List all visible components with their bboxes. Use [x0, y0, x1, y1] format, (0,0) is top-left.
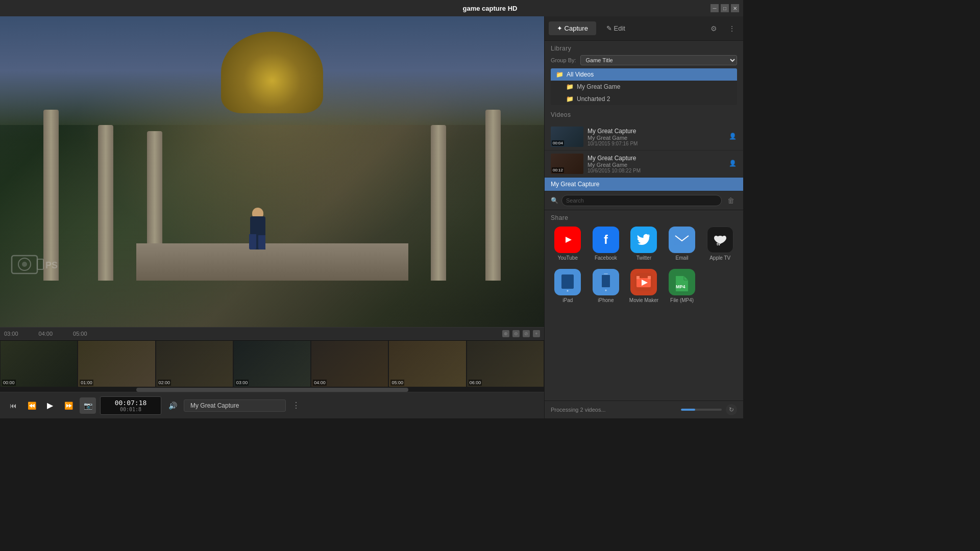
title-bar: game capture HD ─ □ ✕ [0, 0, 743, 16]
video-item-1[interactable]: 00:04 My Great Capture My Great Game 10/… [545, 123, 743, 151]
ipad-icon [554, 269, 581, 295]
thumbnail-2[interactable]: 01:00 [78, 341, 155, 387]
timeline-marker-3: 05:00 [73, 331, 87, 337]
delete-video-button[interactable]: 🗑 [725, 194, 737, 207]
video-game-2: My Great Game [587, 162, 725, 168]
twitter-icon [630, 227, 657, 253]
more-options-button[interactable]: ⋮ [290, 399, 302, 412]
video-item-2[interactable]: 00:12 My Great Capture My Great Game 10/… [545, 151, 743, 178]
svg-point-2 [22, 262, 27, 267]
video-info-1: My Great Capture My Great Game 10/1/2015… [587, 128, 725, 146]
share-title: Share [551, 214, 737, 221]
svg-rect-20 [636, 276, 640, 279]
tab-edit[interactable]: ✎ Edit [598, 21, 633, 35]
video-title-2: My Great Capture [587, 155, 725, 162]
video-list: 00:04 My Great Capture My Great Game 10/… [545, 123, 743, 191]
timeline-icon-4[interactable]: + [533, 330, 540, 337]
folder-list: 📁 All Videos 📁 My Great Game 📁 Uncharted… [551, 68, 737, 105]
user-icon-1: 👤 [729, 133, 737, 141]
right-panel-header: ✦ Capture ✎ Edit ⚙ ⋮ [545, 16, 743, 41]
app-title: game capture HD [463, 5, 518, 12]
column-4 [485, 110, 501, 281]
facebook-icon: f [593, 227, 619, 253]
column-2 [98, 125, 113, 281]
thumb-tc-4: 03:00 [235, 380, 249, 386]
folder-uncharted-2[interactable]: 📁 Uncharted 2 [561, 93, 737, 105]
maximize-button[interactable]: □ [721, 4, 729, 12]
play-button[interactable]: ▶ [43, 398, 57, 413]
thumb-tc-2: 01:00 [80, 380, 93, 386]
group-by-select[interactable]: Game Title [580, 55, 737, 65]
video-background: PS [0, 16, 544, 327]
scroll-track[interactable] [0, 388, 544, 392]
video-preview[interactable]: PS [0, 16, 544, 327]
timeline-icon-3[interactable]: ⊘ [523, 330, 530, 337]
skip-to-start-button[interactable]: ⏮ [6, 398, 20, 413]
videos-title: Videos [551, 111, 737, 118]
search-input[interactable] [561, 195, 722, 206]
tab-capture[interactable]: ✦ Capture [549, 21, 596, 35]
share-filemp4[interactable]: MP4 File (MP4) [665, 267, 699, 305]
video-title-1: My Great Capture [587, 128, 725, 135]
video-date-2: 10/6/2015 10:08:22 PM [587, 168, 725, 173]
moviemaker-label: Movie Maker [629, 297, 658, 303]
fast-forward-button[interactable]: ⏩ [61, 398, 76, 413]
settings-button[interactable]: ⚙ [706, 21, 721, 36]
stairs [136, 243, 408, 281]
search-icon: 🔍 [551, 197, 558, 204]
share-youtube[interactable]: YouTube [551, 224, 585, 263]
minimize-button[interactable]: ─ [710, 4, 719, 12]
facebook-label: Facebook [595, 255, 617, 261]
timeline-icon-1[interactable]: ⊕ [502, 330, 509, 337]
volume-area: 🔊 [165, 398, 180, 413]
svg-rect-7 [674, 234, 690, 245]
youtube-icon [554, 227, 581, 253]
folder-my-great-game[interactable]: 📁 My Great Game [561, 81, 737, 93]
svg-rect-16 [604, 273, 608, 274]
progress-track [681, 409, 722, 411]
bottom-status: Processing 2 videos... ↻ [545, 400, 743, 418]
share-appletv[interactable]: tv Apple TV [703, 224, 737, 263]
close-button[interactable]: ✕ [731, 4, 739, 12]
screenshot-button[interactable]: 📷 [80, 397, 96, 414]
timecode-sub: 00:01:8 [107, 407, 155, 412]
svg-text:MP4: MP4 [676, 284, 685, 289]
thumb-tc-3: 02:00 [158, 380, 172, 386]
folder-label-all: All Videos [567, 71, 594, 78]
timeline-bar: 03:00 04:00 05:00 ⊕ ⊖ ⊘ + [0, 327, 544, 339]
timecode-display: 00:07:18 00:01:8 [100, 396, 161, 415]
twitter-label: Twitter [636, 255, 651, 261]
sync-button[interactable]: ↻ [726, 404, 737, 415]
thumbnail-7[interactable]: 06:00 [467, 341, 544, 387]
moviemaker-icon [630, 269, 657, 295]
volume-button[interactable]: 🔊 [165, 398, 180, 413]
more-button[interactable]: ⋮ [725, 21, 739, 36]
share-twitter[interactable]: Twitter [627, 224, 661, 263]
user-icon-2: 👤 [729, 160, 737, 168]
video-thumb-1: 00:04 [551, 127, 583, 147]
rewind-button[interactable]: ⏪ [24, 398, 39, 413]
youtube-label: YouTube [558, 255, 578, 261]
share-facebook[interactable]: f Facebook [589, 224, 623, 263]
thumbnail-5[interactable]: 04:00 [311, 341, 388, 387]
dome [221, 32, 323, 113]
scroll-thumb[interactable] [136, 388, 408, 392]
thumbnail-3[interactable]: 02:00 [156, 341, 233, 387]
email-label: Email [676, 255, 689, 261]
thumbnail-1[interactable]: 00:00 [1, 341, 77, 387]
share-ipad[interactable]: iPad [551, 267, 585, 305]
thumbnail-strip: 00:00 01:00 02:00 03:00 04:00 05:00 [0, 339, 544, 388]
group-by-label: Group By: [551, 57, 576, 63]
svg-rect-21 [648, 276, 651, 279]
folder-all-videos[interactable]: 📁 All Videos [551, 68, 737, 81]
thumbnail-6[interactable]: 05:00 [389, 341, 465, 387]
thumbnail-4[interactable]: 03:00 [234, 341, 310, 387]
share-section: Share YouTube f Facebook [545, 210, 743, 400]
ipad-label: iPad [562, 297, 573, 303]
share-email[interactable]: Email [665, 224, 699, 263]
video-date-1: 10/1/2015 9:07:16 PM [587, 141, 725, 146]
share-moviemaker[interactable]: Movie Maker [627, 267, 661, 305]
timeline-icon-2[interactable]: ⊖ [512, 330, 520, 337]
share-iphone[interactable]: iPhone [589, 267, 623, 305]
video-item-3[interactable]: My Great Capture [545, 178, 743, 191]
